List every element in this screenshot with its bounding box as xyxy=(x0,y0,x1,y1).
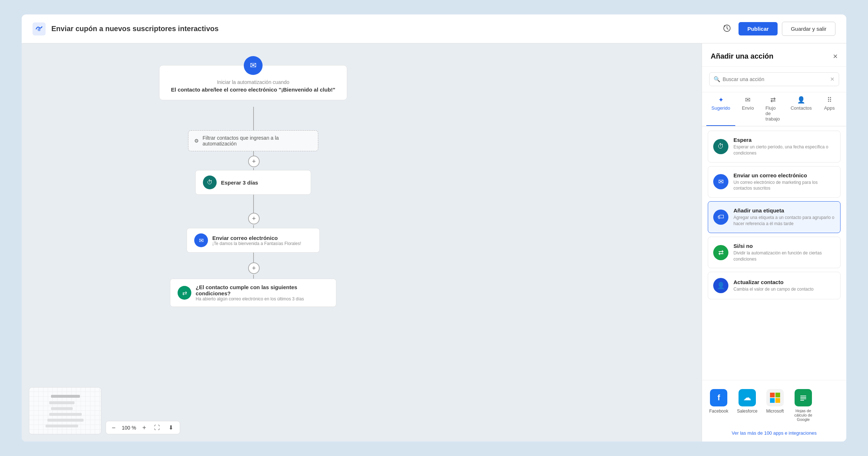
action-item-espera[interactable]: ⏱ Espera Esperar un cierto período, una … xyxy=(708,131,841,162)
svg-rect-5 xyxy=(770,398,775,403)
espera-text: Espera Esperar un cierto período, una fe… xyxy=(733,137,835,156)
tab-apps[interactable]: ⠿ Apps xyxy=(817,92,842,126)
publish-button[interactable]: Publicar xyxy=(739,22,777,35)
tab-flujo[interactable]: ⇄ Flujo de trabajo xyxy=(761,92,786,126)
svg-rect-9 xyxy=(800,397,806,398)
connector-1 xyxy=(253,107,254,130)
contactos-tab-icon: 👤 xyxy=(797,96,805,104)
email-node-text: Enviar correo electrónico ¡Te damos la b… xyxy=(212,235,301,246)
wait-icon: ⏱ xyxy=(203,176,217,189)
tab-envio[interactable]: ✉ Envío xyxy=(735,92,760,126)
email-node-icon: ✉ xyxy=(194,233,208,247)
contactos-tab-label: Contactos xyxy=(791,105,812,111)
app-item-salesforce[interactable]: ☁ Salesforce xyxy=(737,389,758,422)
tab-contactos[interactable]: 👤 Contactos xyxy=(786,92,817,126)
panel-tabs: ✦ Sugerido ✉ Envío ⇄ Flujo de trabajo 👤 … xyxy=(702,92,846,126)
wait-node[interactable]: ⏱ Esperar 3 días xyxy=(195,170,311,195)
etiqueta-desc: Agregar una etiqueta a un contacto para … xyxy=(733,215,835,227)
filter-node[interactable]: ⚙ Filtrar contactos que ingresan a la au… xyxy=(188,130,318,151)
download-button[interactable]: ⬇ xyxy=(166,423,175,432)
espera-name: Espera xyxy=(733,137,835,143)
search-icon: 🔍 xyxy=(714,76,720,83)
actualizar-icon: 👤 xyxy=(713,278,728,293)
facebook-icon: f xyxy=(710,389,727,406)
mini-node-2 xyxy=(49,401,75,404)
facebook-label: Facebook xyxy=(709,409,728,414)
flujo-tab-label: Flujo de trabajo xyxy=(766,105,780,122)
app-container: Enviar cupón a nuevos suscriptores inter… xyxy=(22,14,846,442)
panel-close-button[interactable]: × xyxy=(833,52,838,60)
email-node-sublabel: ¡Te damos la bienvenida a Fantasías Flor… xyxy=(212,241,301,246)
etiqueta-name: Añadir una etiqueta xyxy=(733,207,835,214)
mini-node-4 xyxy=(49,413,82,416)
google-sheets-logo xyxy=(797,392,809,404)
history-button[interactable] xyxy=(720,21,734,37)
sisi-no-desc: Dividir la automatización en función de … xyxy=(733,250,835,262)
trigger-icon: ✉ xyxy=(244,56,263,75)
sisi-no-text: Si/si no Dividir la automatización en fu… xyxy=(733,243,835,262)
email-node[interactable]: ✉ Enviar correo electrónico ¡Te damos la… xyxy=(187,228,320,253)
svg-point-1 xyxy=(38,28,41,31)
sisi-no-name: Si/si no xyxy=(733,243,835,249)
svg-rect-8 xyxy=(800,396,806,396)
save-exit-button[interactable]: Guardar y salir xyxy=(782,22,835,36)
svg-rect-4 xyxy=(775,393,780,397)
header: Enviar cupón a nuevos suscriptores inter… xyxy=(22,14,846,43)
filter-label: Filtrar contactos que ingresan a la auto… xyxy=(203,135,312,147)
email-action-name: Enviar un correo electrónico xyxy=(733,172,835,178)
page-title: Enviar cupón a nuevos suscriptores inter… xyxy=(51,25,714,33)
microsoft-label: Microsoft xyxy=(766,409,784,414)
search-clear-icon[interactable]: ✕ xyxy=(830,76,835,83)
zoom-controls: − 100 % + ⛶ ⬇ xyxy=(106,421,180,434)
envio-tab-icon: ✉ xyxy=(745,96,750,104)
condition-node-sublabel: Ha abierto algún correo electrónico en l… xyxy=(196,296,329,301)
action-item-sisi-no[interactable]: ⇄ Si/si no Dividir la automatización en … xyxy=(708,237,841,269)
condition-icon: ⇄ xyxy=(178,286,191,300)
wait-label: Esperar 3 días xyxy=(221,180,258,186)
action-item-etiqueta[interactable]: 🏷 Añadir una etiqueta Agregar una etique… xyxy=(708,201,841,233)
action-list: ⏱ Espera Esperar un cierto período, una … xyxy=(702,126,846,380)
apps-section: f Facebook ☁ Salesforce xyxy=(702,380,846,442)
svg-rect-6 xyxy=(775,398,780,403)
action-item-email[interactable]: ✉ Enviar un correo electrónico Un correo… xyxy=(708,166,841,198)
zoom-out-button[interactable]: − xyxy=(110,424,117,432)
svg-rect-11 xyxy=(800,400,804,401)
apps-tab-icon: ⠿ xyxy=(827,96,832,104)
filter-icon: ⚙ xyxy=(194,138,199,144)
condition-node[interactable]: ⇄ ¿El contacto cumple con las siguientes… xyxy=(170,279,336,307)
add-step-2-button[interactable]: + xyxy=(248,213,260,224)
action-item-actualizar[interactable]: 👤 Actualizar contacto Cambia el valor de… xyxy=(708,272,841,299)
actualizar-text: Actualizar contacto Cambia el valor de u… xyxy=(733,279,813,292)
panel-search-container: 🔍 ✕ xyxy=(702,67,846,92)
search-input[interactable] xyxy=(709,72,839,86)
envio-tab-label: Envío xyxy=(742,105,754,111)
email-action-text: Enviar un correo electrónico Un correo e… xyxy=(733,172,835,192)
apps-more-link[interactable]: Ver las más de 100 apps e integraciones xyxy=(709,427,839,442)
actualizar-name: Actualizar contacto xyxy=(733,279,813,285)
zoom-value: 100 % xyxy=(120,425,138,431)
espera-desc: Esperar un cierto período, una fecha esp… xyxy=(733,144,835,156)
tab-sugerido[interactable]: ✦ Sugerido xyxy=(706,92,735,126)
app-item-microsoft[interactable]: Microsoft xyxy=(766,389,784,422)
mini-node-5 xyxy=(47,419,84,422)
microsoft-logo xyxy=(769,392,781,404)
salesforce-label: Salesforce xyxy=(737,409,758,414)
espera-icon: ⏱ xyxy=(713,139,728,154)
app-item-google-sheets[interactable]: Hojas de cálculo de Google xyxy=(792,389,814,422)
trigger-card[interactable]: ✉ Iniciar la automatización cuando El co… xyxy=(159,65,347,100)
microsoft-icon xyxy=(766,389,784,406)
logo-icon xyxy=(33,22,46,35)
trigger-desc: El contacto abre/lee el correo electróni… xyxy=(168,86,338,93)
actualizar-desc: Cambia el valor de un campo de contacto xyxy=(733,286,813,292)
etiqueta-text: Añadir una etiqueta Agregar una etiqueta… xyxy=(733,207,835,227)
apps-tab-label: Apps xyxy=(824,105,835,111)
salesforce-icon: ☁ xyxy=(739,389,756,406)
app-item-facebook[interactable]: f Facebook xyxy=(709,389,728,422)
fit-screen-button[interactable]: ⛶ xyxy=(152,424,162,432)
header-actions: Publicar Guardar y salir xyxy=(720,21,835,37)
add-step-3-button[interactable]: + xyxy=(248,262,260,274)
panel-title: Añadir una acción xyxy=(711,52,773,60)
add-step-1-button[interactable]: + xyxy=(248,156,260,167)
zoom-in-button[interactable]: + xyxy=(141,424,148,432)
sisi-no-icon: ⇄ xyxy=(713,245,728,260)
